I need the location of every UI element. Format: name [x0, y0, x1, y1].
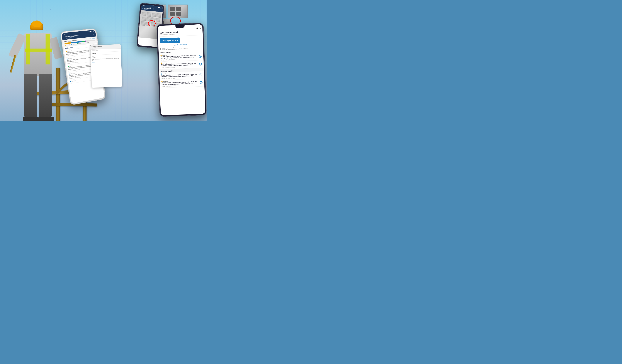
sync-size-3: 300MB	[161, 78, 165, 79]
block-c	[152, 13, 156, 17]
block-a	[142, 12, 146, 16]
type-dot-s2	[161, 62, 162, 64]
legend-dot-projectfolder	[82, 43, 83, 44]
block-h	[156, 18, 161, 22]
signal-icon-main: ▌▌▌	[196, 28, 198, 29]
back-icon-small[interactable]: ‹	[142, 8, 143, 9]
type-dot-5	[70, 81, 71, 82]
sync-size-4: 300MB	[162, 86, 165, 87]
legend-dot-drawing	[71, 44, 72, 45]
phone-sync-control: 9:41 ▌▌▌ ▲ ▮ Sync Control Panel Last Syn…	[156, 23, 207, 117]
header-icons-dm: ↻	[93, 34, 94, 35]
type-dot-2	[67, 58, 68, 60]
trash-icon-small[interactable]: 🗑	[158, 9, 160, 11]
force-sync-button[interactable]: Force Sync All Now	[160, 37, 180, 43]
signal-icon-dm: ▌▌▌	[90, 31, 93, 32]
worker-shoe-right	[39, 117, 54, 121]
block-b	[147, 12, 151, 17]
header-icons-small: 🗑 ↻	[158, 9, 162, 11]
background-scene: 1.00 0.80 A A B D E 1.10 0.80 2.00 4.00	[0, 0, 207, 121]
legend-bookmark: Bookmark	[65, 44, 70, 46]
block-i	[141, 21, 146, 26]
item-size-3: 300MB	[68, 70, 72, 72]
middle-panel: Building Services A2, A3/IT 03 JAN 2022 …	[90, 44, 122, 88]
sync-panel-title-block: Sync Control Panel Last Sync All In Toda…	[160, 31, 178, 35]
type-dot-1	[66, 51, 67, 52]
header-text-small: Site Photo Details All company	[144, 8, 154, 11]
block-d	[156, 13, 161, 18]
phone-screen-main: 9:41 ▌▌▌ ▲ ▮ Sync Control Panel Last Syn…	[158, 24, 205, 115]
time-dm: 9:41	[63, 33, 66, 35]
sync-size-1: 300MB	[161, 59, 164, 61]
time-small: 9:41	[143, 5, 146, 7]
bar-bookmark	[64, 42, 71, 44]
block-e	[141, 17, 146, 21]
battery-icon-main: ▮	[200, 27, 200, 29]
legend-projectfolder: Project Folder	[82, 42, 89, 44]
header-text-dm: Data Management All company	[65, 35, 79, 39]
legend-dot-section	[77, 43, 78, 44]
sync-date-4: 24 May 2021 09:00	[167, 85, 175, 87]
legend-drawing: Drawing	[71, 44, 76, 45]
sync-date-2: 25 May 2021 09:00	[165, 67, 175, 68]
block-2	[168, 4, 188, 18]
autosync-dot	[160, 48, 161, 49]
panel-description: ption 12 mPD (REPLY) Building Services A…	[91, 54, 121, 64]
construction-worker	[9, 11, 67, 121]
worker-leg-right	[39, 74, 52, 117]
sync-size-2: 1.5GB	[161, 67, 164, 68]
worker-vest-h	[25, 49, 52, 52]
worker-leg-left	[24, 74, 37, 117]
sync-list-item[interactable]: Bookmark (REPLY) Building Services Aspec…	[159, 79, 204, 88]
close-button[interactable]: ×	[199, 30, 201, 33]
status-icons-small: ▲▲ ▮	[158, 6, 161, 8]
type-dot-3	[68, 66, 69, 67]
refresh-icon-small[interactable]: ↻	[160, 9, 162, 11]
worker-arm-left	[8, 33, 26, 58]
type-dot-s1	[160, 55, 161, 56]
bar-section	[81, 41, 85, 42]
back-icon-dm[interactable]: ‹	[64, 36, 64, 39]
type-dot-s4	[161, 81, 163, 82]
status-icons-main: ▌▌▌ ▲ ▮	[196, 27, 201, 29]
worker-shoe-left	[23, 117, 39, 121]
paused-dot	[160, 49, 161, 50]
wifi-icon-main: ▲	[198, 28, 199, 29]
sync-date-1: 25 May 2021 09:00	[166, 59, 175, 60]
type-dot-s3	[161, 73, 162, 74]
type-dot-4	[69, 73, 70, 75]
battery-icon-small: ▮	[160, 7, 161, 8]
legend-section: Section	[77, 43, 81, 44]
bar-projectfolder	[85, 40, 86, 42]
wifi-icon-small: ▲▲	[158, 7, 160, 8]
worker-tool	[10, 55, 16, 73]
battery-icon-dm: ▮	[93, 31, 94, 32]
worker-head	[32, 20, 42, 27]
item-size-1: 300MB	[66, 55, 69, 56]
sync-date-3: 24 May 2021 09:00	[166, 78, 175, 79]
item-size-4: 300MB	[69, 78, 72, 79]
time-main: 9:41	[159, 29, 162, 30]
phone-notch	[175, 25, 185, 28]
legend-dot-bookmark	[65, 45, 66, 46]
sync-list-item[interactable]: Drawing (REPLY) Building Services Aspect…	[159, 60, 204, 70]
refresh-icon-dm[interactable]: ↻	[93, 34, 94, 35]
item-size-2: 1.5GB	[67, 63, 70, 64]
wifi-icon-dm: ▲▲	[88, 31, 90, 32]
